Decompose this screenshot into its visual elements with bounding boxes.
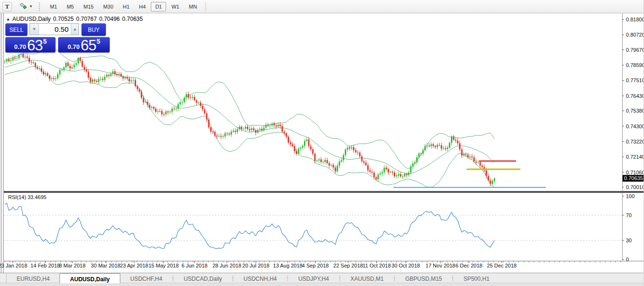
timeframe-button-m1[interactable]: M1: [46, 2, 61, 11]
sell-button[interactable]: SELL: [5, 23, 28, 36]
buy-button[interactable]: BUY: [81, 23, 106, 36]
candles: [4, 52, 496, 186]
svg-text:8 Mar 2018: 8 Mar 2018: [59, 263, 86, 268]
collapse-panel-icon[interactable]: ▲: [6, 17, 10, 21]
shapes-icon: [20, 2, 27, 11]
svg-text:17 Nov 2018: 17 Nov 2018: [426, 263, 455, 268]
chart-title: ▲AUDUSD,Daily0.705250.707670.704960.7063…: [6, 16, 145, 22]
chart-tab-xauusd-m1[interactable]: XAUUSD,M1: [341, 273, 394, 283]
svg-text:100: 100: [626, 193, 634, 199]
sell-price-prefix: 0.70: [14, 43, 26, 50]
sell-price-sup: 5: [43, 38, 47, 45]
timeframe-button-d1[interactable]: D1: [151, 2, 166, 11]
svg-text:14 Feb 2018: 14 Feb 2018: [30, 263, 60, 268]
buy-price-big: 65: [81, 39, 96, 52]
sell-price-big: 63: [27, 39, 42, 52]
svg-text:28 Jun 2018: 28 Jun 2018: [213, 263, 242, 268]
timeframe-button-m5[interactable]: M5: [62, 2, 78, 11]
volume-increase-button[interactable]: ▲: [71, 24, 78, 35]
chart-tab-usdjpy-h4[interactable]: USDJPY,H4: [288, 273, 339, 283]
ohlc-low: 0.70496: [99, 16, 119, 22]
svg-text:30: 30: [626, 238, 632, 243]
svg-text:0.76430: 0.76430: [626, 93, 644, 99]
svg-text:0.79670: 0.79670: [626, 47, 644, 53]
toolbar-separator: [205, 2, 206, 11]
overlay-trendlines[interactable]: [393, 161, 546, 188]
chart-tab-sp500-h1[interactable]: SP500,H1: [453, 273, 499, 283]
svg-text:25 Dec 2018: 25 Dec 2018: [487, 263, 517, 268]
ohlc-close: 0.70635: [122, 16, 143, 22]
buy-price-sup: 5: [97, 38, 100, 45]
svg-text:23 Jan 2018: 23 Jan 2018: [0, 263, 27, 268]
draw-objects-button[interactable]: ▼: [18, 2, 34, 11]
svg-text:0.74300: 0.74300: [626, 124, 644, 129]
timeframe-button-h4[interactable]: H4: [135, 2, 150, 11]
buy-price-button[interactable]: 0.70 65 5: [58, 37, 110, 53]
svg-text:0.81800: 0.81800: [626, 17, 644, 22]
toolbar-grip: [39, 2, 41, 11]
timeframe-button-h1[interactable]: H1: [118, 2, 134, 11]
tabbar-strip: [0, 283, 644, 286]
svg-text:6 Jun 2018: 6 Jun 2018: [182, 263, 207, 268]
svg-text:0.70635: 0.70635: [624, 175, 643, 181]
price-axis: 0.818000.807200.796700.785900.775100.764…: [622, 17, 644, 190]
volume-decrease-button[interactable]: ▼: [30, 24, 39, 35]
symbol-label: AUDUSD,Daily: [12, 16, 51, 22]
toolbar: T ▼ M1M5M15M30H1H4D1W1MN: [0, 0, 644, 13]
svg-text:30 Oct 2018: 30 Oct 2018: [391, 263, 420, 268]
svg-text:0.73220: 0.73220: [626, 139, 644, 144]
chart-tab-gbpusd-m15[interactable]: GBPUSD,M15: [395, 273, 452, 283]
rsi-panel: 10070300: [4, 193, 634, 262]
svg-text:6 Dec 2018: 6 Dec 2018: [456, 263, 482, 268]
svg-text:0.80720: 0.80720: [626, 32, 644, 38]
svg-text:13 Aug 2018: 13 Aug 2018: [273, 263, 302, 268]
chart-tab-audusd-daily[interactable]: AUDUSD,Daily: [59, 273, 120, 283]
svg-text:22 Sep 2018: 22 Sep 2018: [333, 263, 363, 268]
sell-price-button[interactable]: 0.70 63 5: [5, 37, 56, 53]
current-price-tag: 0.70635: [623, 175, 644, 181]
svg-text:0.78590: 0.78590: [626, 62, 644, 68]
timeframe-button-w1[interactable]: W1: [167, 2, 184, 11]
svg-text:4 Sep 2018: 4 Sep 2018: [302, 263, 329, 268]
tabs-container: EURUSD,H4AUDUSD,DailyUSDCHF,H4|USDCAD,Da…: [7, 273, 499, 283]
timeframe-button-m30[interactable]: M30: [99, 2, 117, 11]
svg-text:0: 0: [626, 257, 629, 262]
text-tool-button[interactable]: T: [2, 2, 12, 11]
ohlc-high: 0.70767: [76, 16, 97, 22]
chart-tab-bar: EURUSD,H4AUDUSD,DailyUSDCHF,H4|USDCAD,Da…: [0, 273, 644, 286]
chart-tab-eurusd-h4[interactable]: EURUSD,H4: [7, 273, 59, 283]
timeframe-buttons: M1M5M15M30H1H4D1W1MN: [45, 2, 202, 11]
timeframe-button-m15[interactable]: M15: [79, 2, 98, 11]
svg-text:0.72140: 0.72140: [626, 154, 644, 160]
svg-text:70: 70: [626, 212, 632, 218]
volume-input[interactable]: [39, 24, 71, 35]
tabbar-stub: [0, 273, 7, 283]
one-click-trading-panel: SELL ▼ ▲ BUY 0.70 63 5 0.70 65 5: [5, 23, 110, 53]
rsi-indicator-label: RSI(14) 33.4695: [8, 194, 47, 200]
timeframe-button-mn[interactable]: MN: [185, 2, 201, 11]
svg-text:0.75380: 0.75380: [626, 108, 644, 114]
svg-text:0.71060: 0.71060: [626, 170, 644, 175]
svg-text:0.77510: 0.77510: [626, 77, 644, 83]
chart-tab-usdcnh-h4[interactable]: USDCNH,H4: [234, 273, 287, 283]
svg-text:30 Mar 2018: 30 Mar 2018: [91, 263, 120, 268]
date-axis: 23 Jan 201814 Feb 20188 Mar 201830 Mar 2…: [0, 261, 621, 268]
buy-price-prefix: 0.70: [68, 43, 79, 50]
svg-text:0.70010: 0.70010: [626, 184, 644, 190]
chart-tab-usdcad-daily[interactable]: USDCAD,Daily: [174, 273, 232, 283]
svg-text:11 Oct 2018: 11 Oct 2018: [362, 263, 390, 268]
svg-text:20 Jul 2018: 20 Jul 2018: [243, 263, 270, 268]
svg-text:23 Apr 2018: 23 Apr 2018: [120, 263, 148, 268]
ohlc-open: 0.70525: [53, 16, 74, 22]
chart-tab-usdchf-h4[interactable]: USDCHF,H4: [120, 273, 172, 283]
bollinger-bands: [5, 49, 495, 187]
volume-spinner: ▼ ▲: [29, 23, 79, 35]
rsi-line: [5, 203, 495, 249]
chevron-down-icon: ▼: [29, 4, 33, 9]
svg-text:15 May 2018: 15 May 2018: [148, 263, 179, 268]
